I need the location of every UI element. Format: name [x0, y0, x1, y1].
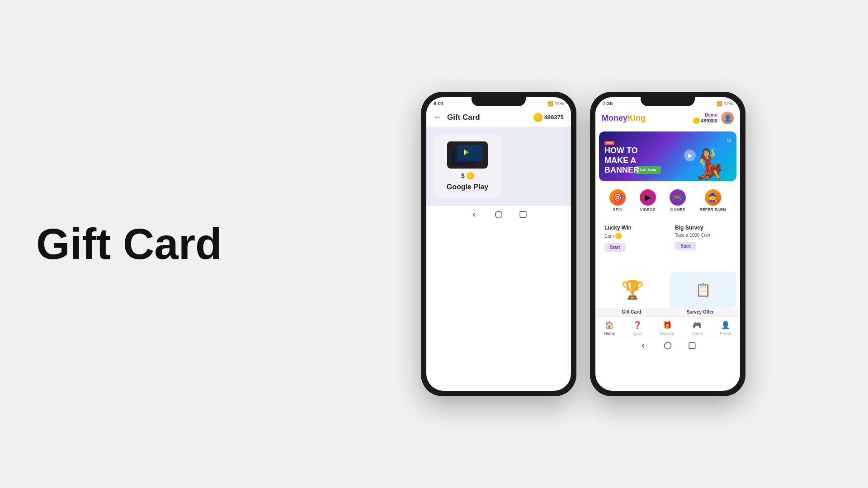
mk-menu-games[interactable]: 🎮 GAMES	[670, 189, 686, 212]
phone1-header-title: Gift Card	[447, 113, 533, 122]
mk-big-survey-card[interactable]: Big Survey Take a 1000 Coin Start	[670, 219, 736, 269]
phone1-time: 9:01	[434, 101, 443, 106]
lucky-win-earn: Earn	[604, 233, 660, 239]
back-arrow-icon[interactable]: ←	[434, 113, 442, 122]
battery-text: 14%	[555, 101, 564, 106]
phone1-coin-count: 499375	[544, 114, 564, 121]
banner-line3: BANNER	[604, 165, 639, 175]
phone1-coin-badge: 🪙 499375	[533, 113, 564, 122]
mk-coins: 499300	[701, 118, 717, 123]
survey-offer-label: Survey Offer	[687, 310, 714, 314]
signal-icon: 📶	[547, 101, 553, 106]
mk-bottom-nav: 🏠 Home ❓ Quiz 🎁 Reward 🎮 Game 👤 Pr	[595, 316, 740, 338]
reward-nav-label: Reward	[660, 331, 674, 336]
svg-rect-2	[458, 145, 482, 161]
mk-nav-home[interactable]: 🏠 Home	[604, 319, 615, 336]
mk-gift-survey-row: Gift Card Survey Offer	[595, 308, 740, 316]
svg-point-9	[665, 343, 671, 349]
phone1-header: ← Gift Card 🪙 499375	[426, 108, 571, 127]
mk-refer-label: REFER EARN	[699, 207, 726, 212]
quiz-nav-icon: ❓	[632, 319, 643, 330]
mk-menu-refer[interactable]: 🧙 REFER EARN	[699, 189, 726, 212]
mk-lucky-win-card[interactable]: Lucky Win Earn Start	[599, 219, 666, 269]
big-survey-start-btn[interactable]: Start	[675, 242, 696, 250]
phone1-status-icons: 📶 14%	[547, 101, 564, 106]
price-coin-icon: 🪙	[467, 172, 474, 179]
gift-card-label: Gift Card	[622, 310, 641, 314]
home-nav-btn[interactable]	[495, 211, 503, 219]
mk-money-text: Money	[602, 113, 627, 122]
banner-new-badge: New	[604, 141, 614, 145]
left-section: Gift Card	[0, 184, 316, 304]
banner-figure: 💃	[691, 147, 727, 181]
mk-nav-profile[interactable]: 👤 Profile	[720, 319, 731, 336]
phone2: 7:38 📶 12% MoneyKing Demo 499300	[590, 92, 745, 396]
game-nav-icon: 🎮	[692, 319, 703, 330]
mk-header: MoneyKing Demo 499300 👤	[595, 108, 740, 128]
mk-videos-label: VIDEOS	[640, 207, 656, 212]
quiz-nav-label: Quiz	[633, 331, 642, 336]
mk-cards-row: Lucky Win Earn Start Big Survey Take a 1…	[595, 219, 740, 269]
coin-icon: 🪙	[533, 113, 542, 122]
mk-nav-game[interactable]: 🎮 Game	[692, 319, 703, 336]
back-nav-btn[interactable]	[470, 211, 478, 219]
profile-nav-icon: 👤	[720, 319, 731, 330]
home-nav-label: Home	[604, 331, 615, 336]
phone2-notch	[641, 97, 695, 106]
google-play-card[interactable]: $ 🪙 Google Play	[434, 134, 501, 198]
refer-icon: 🧙	[705, 189, 721, 206]
mk-trophy-card[interactable]: 🏆	[599, 272, 666, 308]
mk-games-label: GAMES	[670, 207, 685, 212]
mk-header-coin-icon	[693, 117, 699, 124]
gift-card-name: Google Play	[447, 183, 488, 191]
phone2-status-icons: 📶 12%	[717, 101, 733, 106]
phone1-content: $ 🪙 Google Play	[426, 127, 571, 206]
p2-back-btn[interactable]	[639, 342, 647, 350]
banner-line1: HOW TO	[604, 146, 639, 156]
main-title: Gift Card	[36, 220, 280, 268]
mk-header-right: Demo 499300 👤	[693, 112, 734, 124]
mk-avatar[interactable]: 👤	[721, 112, 734, 124]
spin-icon: 🎯	[609, 189, 626, 206]
mk-king-text: King	[627, 113, 646, 122]
lucky-win-start-btn[interactable]: Start	[604, 243, 626, 252]
mk-task-card[interactable]: 📋	[670, 272, 736, 308]
banner-line2: MAKE A	[604, 156, 639, 166]
p2-recent-btn[interactable]	[688, 342, 696, 350]
phone2-inner: 7:38 📶 12% MoneyKing Demo 499300	[595, 97, 740, 391]
svg-rect-10	[689, 343, 695, 349]
p2-home-btn[interactable]	[664, 342, 672, 350]
big-survey-title: Big Survey	[675, 225, 731, 231]
games-icon: 🎮	[670, 189, 686, 206]
game-nav-label: Game	[692, 331, 703, 336]
phone2-time: 7:38	[603, 101, 613, 106]
dollar-sign: $	[461, 172, 465, 179]
phone1: 9:01 📶 14% ← Gift Card 🪙 499375	[421, 92, 576, 396]
mk-nav-reward[interactable]: 🎁 Reward	[660, 319, 674, 336]
mk-nav-quiz[interactable]: ❓ Quiz	[632, 319, 643, 336]
mk-menu-videos[interactable]: ▶ VIDEOS	[640, 189, 656, 212]
recent-nav-btn[interactable]	[519, 211, 527, 219]
trophy-emoji: 🏆	[621, 279, 644, 300]
phone2-bottom-nav	[595, 338, 740, 352]
mk-coin-count: 499300	[693, 117, 717, 124]
mk-menu-spin[interactable]: 🎯 SPIN	[609, 189, 626, 212]
reward-nav-icon: 🎁	[662, 319, 673, 330]
svg-point-7	[495, 211, 502, 218]
mk-banner[interactable]: New HOW TO MAKE A BANNER Get Now ▶ 💃 ⊞	[599, 131, 736, 181]
phone2-signal-icon: 📶	[717, 101, 722, 106]
phone2-battery-text: 12%	[724, 101, 733, 106]
phone1-notch	[472, 97, 526, 106]
mk-trophy-row: 🏆 📋	[595, 269, 740, 308]
task-emoji: 📋	[695, 282, 711, 297]
price-badge: $ 🪙	[461, 172, 474, 179]
big-survey-earn: Take a 1000 Coin	[675, 233, 731, 238]
profile-nav-label: Profile	[720, 331, 731, 336]
phones-container: 9:01 📶 14% ← Gift Card 🪙 499375	[316, 92, 868, 396]
banner-expand-icon[interactable]: ⊞	[726, 136, 732, 143]
svg-rect-8	[520, 211, 526, 218]
lucky-win-title: Lucky Win	[604, 225, 660, 231]
banner-text: HOW TO MAKE A	[604, 146, 639, 165]
videos-icon: ▶	[640, 189, 656, 206]
mk-spin-label: SPIN	[613, 207, 623, 212]
